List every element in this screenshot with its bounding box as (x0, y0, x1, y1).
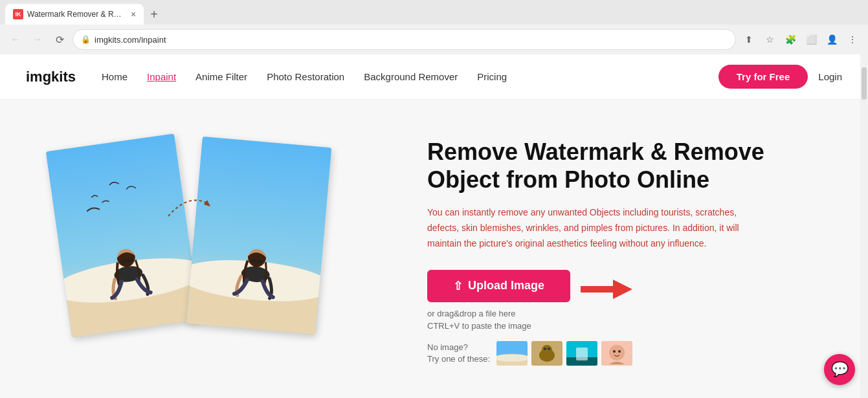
sample-images (496, 341, 632, 366)
upload-image-button[interactable]: ⇧ Upload Image (427, 270, 570, 302)
scrollbar-thumb[interactable] (862, 67, 867, 100)
try-free-button[interactable]: Try for Free (718, 65, 808, 89)
profile-icon[interactable]: 👤 (823, 30, 841, 49)
tab-close-button[interactable]: × (131, 9, 136, 19)
svg-point-28 (609, 345, 625, 360)
sample-image-4[interactable] (601, 341, 632, 366)
url-bar[interactable]: 🔒 imgkits.com/inpaint (72, 29, 736, 50)
security-icon: 🔒 (81, 35, 91, 44)
page: imgkits Home Inpaint Anime Filter Photo … (0, 54, 868, 398)
svg-rect-14 (257, 260, 262, 263)
reload-button[interactable]: ⟳ (50, 30, 69, 49)
navigation: imgkits Home Inpaint Anime Filter Photo … (0, 54, 868, 100)
upload-arrow-icon (581, 280, 632, 299)
svg-point-30 (618, 350, 621, 353)
browser-window: IK Watermark Remover & Remove × + ← → ⟳ … (0, 0, 868, 398)
svg-marker-15 (581, 280, 632, 299)
svg-marker-7 (204, 200, 210, 206)
nav-background-remover[interactable]: Background Remover (364, 71, 458, 82)
drag-drop-text: or drag&drop a file here (427, 309, 842, 318)
tab-bar: IK Watermark Remover & Remove × + (0, 0, 868, 25)
svg-point-29 (613, 350, 616, 353)
nav-links: Home Inpaint Anime Filter Photo Restorat… (102, 71, 718, 82)
extensions-icon[interactable]: 🧩 (781, 30, 799, 49)
image-showcase (39, 129, 401, 375)
no-image-text: No image? Try one of these: (427, 342, 490, 365)
sample-image-2[interactable] (531, 341, 562, 366)
upload-icon: ⇧ (453, 279, 463, 293)
back-button[interactable]: ← (6, 30, 25, 49)
svg-point-18 (496, 354, 528, 362)
tab-title: Watermark Remover & Remove (27, 10, 124, 19)
chat-bubble-button[interactable]: 💬 (824, 354, 855, 385)
active-tab[interactable]: IK Watermark Remover & Remove × (5, 4, 144, 25)
toolbar-icons: ⬆ ☆ 🧩 ⬜ 👤 ⋮ (740, 30, 862, 49)
share-icon[interactable]: ⬆ (740, 30, 758, 49)
hero-title: Remove Watermark & Remove Object from Ph… (427, 138, 842, 193)
nav-pricing[interactable]: Pricing (477, 71, 507, 82)
svg-point-21 (542, 345, 552, 355)
scrollbar[interactable] (860, 54, 868, 398)
new-tab-button[interactable]: + (146, 6, 162, 23)
hero-section: Remove Watermark & Remove Object from Ph… (0, 100, 868, 398)
upload-button-label: Upload Image (468, 279, 544, 293)
nav-home[interactable]: Home (102, 71, 128, 82)
browser-chrome: IK Watermark Remover & Remove × + ← → ⟳ … (0, 0, 868, 54)
tab-favicon: IK (13, 9, 23, 19)
svg-rect-13 (251, 259, 256, 263)
hero-content: Remove Watermark & Remove Object from Ph… (401, 138, 842, 366)
nav-photo-restoration[interactable]: Photo Restoration (267, 71, 344, 82)
svg-point-23 (548, 348, 550, 350)
hero-description: You can instantly remove any unwanted Ob… (427, 205, 764, 251)
paste-text: CTRL+V to paste the image (427, 321, 842, 331)
nav-anime-filter[interactable]: Anime Filter (195, 71, 247, 82)
sample-images-row: No image? Try one of these: (427, 341, 842, 366)
svg-point-22 (544, 348, 546, 350)
forward-button[interactable]: → (28, 30, 47, 49)
page-content: imgkits Home Inpaint Anime Filter Photo … (0, 54, 868, 398)
split-view-icon[interactable]: ⬜ (802, 30, 820, 49)
bookmark-icon[interactable]: ☆ (761, 30, 779, 49)
menu-icon[interactable]: ⋮ (843, 30, 862, 49)
transform-arrow-icon (165, 190, 210, 223)
login-link[interactable]: Login (818, 71, 842, 82)
url-text: imgkits.com/inpaint (95, 35, 728, 45)
sample-image-1[interactable] (496, 341, 528, 366)
nav-inpaint[interactable]: Inpaint (147, 71, 176, 82)
logo[interactable]: imgkits (26, 69, 76, 85)
photo-after (186, 137, 332, 335)
svg-rect-26 (576, 348, 588, 360)
nav-right: Try for Free Login (718, 65, 842, 89)
photo-before (46, 133, 200, 337)
sample-image-3[interactable] (566, 341, 597, 366)
chat-icon: 💬 (831, 361, 849, 378)
address-bar: ← → ⟳ 🔒 imgkits.com/inpaint ⬆ ☆ 🧩 ⬜ 👤 ⋮ (0, 25, 868, 54)
